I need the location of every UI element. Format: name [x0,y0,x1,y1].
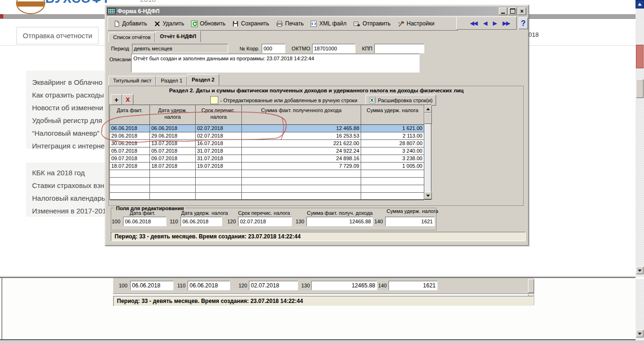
period-label: Период [109,46,129,51]
refresh-button[interactable]: Обновить [188,19,229,29]
maximize-button[interactable] [508,8,517,15]
bottom-edit-code-100: 100 [119,283,127,288]
window-titlebar: Форма 6-НДФЛ × [107,7,527,16]
sidebar-link[interactable]: Как отразить расходы [32,91,104,99]
bottom-edit-code-120: 120 [239,283,247,288]
table-row[interactable]: 30.06.201813.07.201816.07.2018221 622.00… [110,140,424,147]
excel-icon [369,97,376,103]
sidebar-link[interactable]: Эквайринг в Облачно [32,78,102,86]
report-tabs: Список отчётов Отчёт 6-НДФЛ [108,30,201,42]
edit-code-120: 120 [227,219,236,224]
section2-table: Дата факт. Дата удерж.налога Срок перечи… [109,105,431,200]
sidebar-link[interactable]: Удобный регистр для [32,116,102,124]
page-scroll-thumb-secondary[interactable] [636,79,644,98]
col-header-date-fact[interactable]: Дата факт. [110,105,150,124]
table-row[interactable]: 18.07.201818.07.201819.07.20187 729.091 … [110,163,424,170]
table-row[interactable]: 05.07.201805.07.201831.07.201824 922.243… [110,147,424,155]
table-scrollbar[interactable] [424,105,431,199]
edit-field-120[interactable] [238,217,292,226]
sidebar-link[interactable]: Ставки страховых взн [32,181,104,189]
sidebar-link[interactable]: КБК на 2018 год [32,169,85,177]
bottom-edit-field-140[interactable] [388,281,438,290]
bottom-edit-field-110[interactable] [188,281,230,290]
corr-field[interactable] [262,44,285,53]
add-button[interactable]: Добавить [110,19,150,29]
edit-label-140: Сумма удерж. налога [387,208,438,214]
page-scrollbar-track[interactable] [636,0,644,277]
table-scroll-up-button[interactable] [424,105,432,113]
tab-section-2[interactable]: Раздел 2 [187,74,219,86]
sidebar-link[interactable]: Изменения в 2017-201 [32,207,106,215]
sidebar-link[interactable]: Новости об изменени [32,104,103,112]
delete-x-icon [154,20,161,27]
arrow-down-icon [638,333,642,335]
description-field[interactable]: Отчёт был создан и заполнен данными из п… [131,54,420,73]
tab-section-1[interactable]: Раздел 1 [156,76,187,86]
nav-first-button[interactable]: ◀◀ [470,20,477,26]
page-scroll-down-button[interactable] [636,267,644,274]
corr-label: № Корр. [239,46,259,51]
section-tabs: Титульный лист Раздел 1 Раздел 2 [108,74,219,86]
tab-title-page[interactable]: Титульный лист [108,76,156,86]
bottom-scroll-down-button[interactable] [636,330,644,337]
col-header-transfer-deadline[interactable]: Срок перечис.налога [196,105,242,124]
period-field[interactable] [132,44,228,53]
page-scroll-up-button[interactable] [636,0,644,8]
decode-rows-button[interactable]: Расшифровка строк(и) [365,95,436,106]
row-delete-button[interactable]: X [122,94,133,105]
bottom-frame-left-border [1,278,2,340]
table-scroll-down-button[interactable] [424,192,432,199]
bottom-edit-panel: 100 110 120 130 140 [113,278,534,294]
edit-field-130[interactable] [306,217,373,226]
table-row-empty[interactable] [110,185,424,193]
screen: БУХСОФТ 2018 Отправка отчетности 018 Экв… [0,0,644,343]
page-scroll-thumb[interactable] [636,45,644,68]
bottom-edit-field-100[interactable] [130,281,173,290]
edit-field-110[interactable] [181,217,222,226]
col-header-income-sum[interactable]: Сумма факт. полученного дохода [242,105,361,124]
close-icon: × [520,8,523,14]
table-row[interactable]: 06.06.201806.06.201802.07.201812 465.881… [110,125,424,132]
edit-field-140[interactable] [385,217,435,226]
table-row[interactable]: 29.06.201829.06.201802.07.201816 253.532… [110,132,424,140]
oktmo-field[interactable] [312,44,355,53]
send-reports-button[interactable]: Отправка отчетности [17,27,99,44]
bottom-edit-field-120[interactable] [249,281,298,290]
col-header-date-withheld[interactable]: Дата удерж.налога [150,105,196,124]
tab-report-6ndfl[interactable]: Отчёт 6-НДФЛ [155,31,201,42]
tab-report-list[interactable]: Список отчётов [108,33,155,42]
edit-label-130: Сумма факт. получ. дохода [307,210,372,216]
bottom-edit-field-130[interactable] [311,281,377,290]
table-row-empty[interactable] [110,170,424,178]
row-add-button[interactable]: + [111,94,122,105]
table-row-empty[interactable] [110,193,424,200]
nav-prev-button[interactable]: ◀ [483,20,487,26]
minimize-button[interactable] [499,8,507,15]
nav-next-button[interactable]: ▶ [493,20,496,26]
kpp-field[interactable] [374,44,424,53]
edit-code-100: 100 [112,219,120,224]
col-header-tax-sum[interactable]: Сумма удерж. налога [361,105,424,124]
site-logo-icon [16,0,45,14]
print-button[interactable]: Печать [272,19,307,29]
delete-button[interactable]: Удалить [150,19,188,29]
help-button[interactable]: ? [519,17,528,29]
arrow-up-icon [638,3,642,6]
sidebar-link[interactable]: Налоговый календарь [32,194,105,202]
sidebar-link[interactable]: “Налоговый маневр” [32,129,99,137]
settings-button[interactable]: Настройки [394,19,438,29]
nav-last-button[interactable]: ▶▶ [503,20,510,26]
table-row[interactable]: 09.07.201809.07.201831.07.201824 898.163… [110,155,424,163]
xml-file-button[interactable]: XML файл [307,19,350,29]
save-button[interactable]: Сохранить [229,19,272,29]
table-row-empty[interactable] [110,178,424,185]
sidebar-link[interactable]: Интеграция с интерне [32,142,105,150]
send-button[interactable]: Отправить [350,19,394,29]
send-icon [353,20,361,27]
edit-field-100[interactable] [123,217,166,226]
edited-row-legend-swatch [210,96,218,104]
site-header-band-accent [0,14,3,18]
arrow-down-icon [638,270,642,272]
close-button[interactable]: × [518,8,526,15]
table-scroll-thumb[interactable] [424,113,432,124]
